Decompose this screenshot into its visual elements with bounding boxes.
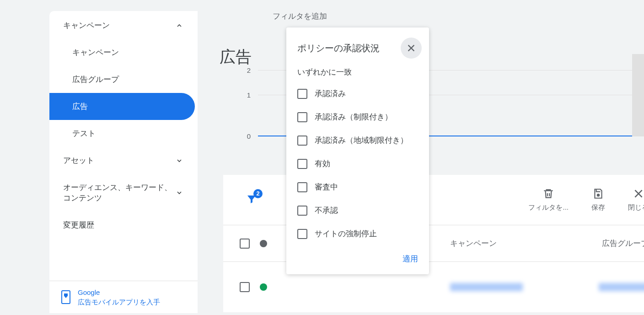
sidebar-item-label: 広告 — [72, 102, 88, 111]
sidebar-item-label: キャンペーン — [72, 48, 119, 57]
svg-rect-1 — [64, 293, 68, 296]
sidebar-item-label: オーディエンス、キーワード、コンテンツ — [63, 182, 173, 203]
close-button[interactable] — [401, 38, 422, 59]
chevron-down-icon — [175, 156, 184, 165]
sidebar-item-ads[interactable]: 広告 — [49, 93, 195, 120]
campaign-cell — [450, 283, 523, 291]
checkbox[interactable] — [297, 136, 307, 146]
trash-icon — [542, 188, 554, 200]
sidebar-item-label: 変更履歴 — [63, 220, 94, 230]
close-icon — [406, 43, 416, 53]
sidebar-item-campaign[interactable]: キャンペーン — [49, 39, 195, 66]
sidebar-footer[interactable]: Google 広告モバイルアプリを入手 — [49, 281, 198, 313]
filter-badge: 2 — [253, 189, 263, 198]
sidebar-item-test[interactable]: テスト — [49, 120, 195, 147]
checkbox[interactable] — [297, 182, 307, 192]
toolbar-action-label: フィルタを... — [528, 203, 569, 212]
option-approved-limited[interactable]: 承認済み（制限付き） — [286, 105, 429, 129]
page-title: 広告 — [220, 46, 252, 68]
policy-status-popover: ポリシーの承認状況 いずれかに一致 承認済み 承認済み（制限付き） 承認済み（地… — [286, 27, 429, 274]
adgroup-cell — [599, 283, 644, 291]
save-icon — [592, 188, 604, 200]
axis-tick: 2 — [244, 66, 253, 74]
filter-button[interactable]: 2 — [246, 194, 257, 206]
footer-applink: 広告モバイルアプリを入手 — [78, 297, 160, 307]
add-filter-link[interactable]: フィルタを追加 — [273, 11, 327, 22]
sidebar: キャンペーン キャンペーン 広告グループ 広告 テスト アセット オーディエンス… — [49, 11, 198, 313]
sidebar-item-adgroup[interactable]: 広告グループ — [49, 66, 195, 93]
toolbar-action-label: 閉じる — [628, 203, 644, 212]
option-active[interactable]: 有効 — [286, 152, 429, 175]
checkbox[interactable] — [297, 89, 307, 99]
row-checkbox[interactable] — [240, 282, 250, 292]
sidebar-footer-text: Google 広告モバイルアプリを入手 — [78, 288, 160, 307]
status-dot-icon — [260, 283, 267, 291]
option-disapproved[interactable]: 不承認 — [286, 199, 429, 222]
option-label: 承認済み — [315, 88, 346, 99]
sidebar-item-asset[interactable]: アセット — [49, 147, 198, 174]
nav-section-campaign[interactable]: キャンペーン — [49, 11, 198, 39]
toolbar-action-label: 保存 — [591, 203, 605, 212]
select-all-checkbox[interactable] — [240, 239, 250, 249]
axis-tick: 1 — [244, 91, 253, 99]
toolbar-filter-action[interactable]: フィルタを... — [528, 188, 569, 212]
checkbox[interactable] — [297, 112, 307, 122]
option-label: 有効 — [315, 158, 330, 169]
close-icon — [633, 188, 644, 200]
option-label: 審査中 — [315, 182, 338, 192]
option-approved-region[interactable]: 承認済み（地域制限付き） — [286, 129, 429, 152]
option-review[interactable]: 審査中 — [286, 175, 429, 199]
apply-label: 適用 — [402, 255, 418, 263]
popover-title: ポリシーの承認状況 — [297, 42, 380, 54]
option-label: 不承認 — [315, 205, 338, 216]
th-campaign[interactable]: キャンペーン — [450, 238, 497, 249]
option-approved[interactable]: 承認済み — [286, 82, 429, 105]
nav-section-label: キャンペーン — [63, 20, 110, 31]
toolbar-save-action[interactable]: 保存 — [591, 188, 605, 212]
toolbar-close-action[interactable]: 閉じる — [628, 188, 644, 212]
option-label: 承認済み（制限付き） — [315, 112, 392, 122]
sidebar-item-audience[interactable]: オーディエンス、キーワード、コンテンツ — [49, 174, 198, 212]
chevron-up-icon — [175, 21, 184, 30]
status-dot-icon — [260, 240, 267, 247]
sidebar-item-label: テスト — [72, 129, 96, 138]
chevron-down-icon — [175, 188, 184, 197]
checkbox[interactable] — [297, 229, 307, 239]
sidebar-item-label: 広告グループ — [72, 75, 119, 84]
th-adgroup[interactable]: 広告グループ — [602, 238, 644, 249]
footer-brand: Google — [78, 288, 160, 297]
axis-tick: 0 — [244, 132, 253, 140]
chart-bar — [632, 54, 644, 136]
mobile-app-icon — [60, 290, 71, 304]
sidebar-item-history[interactable]: 変更履歴 — [49, 212, 198, 239]
checkbox[interactable] — [297, 159, 307, 169]
checkbox[interactable] — [297, 206, 307, 216]
popover-subhead: いずれかに一致 — [286, 67, 429, 82]
apply-button[interactable]: 適用 — [286, 245, 429, 268]
option-label: サイトの強制停止 — [315, 228, 377, 239]
option-suspended[interactable]: サイトの強制停止 — [286, 222, 429, 245]
svg-point-2 — [597, 194, 599, 196]
sidebar-item-label: アセット — [63, 155, 94, 166]
option-label: 承認済み（地域制限付き） — [315, 135, 408, 146]
